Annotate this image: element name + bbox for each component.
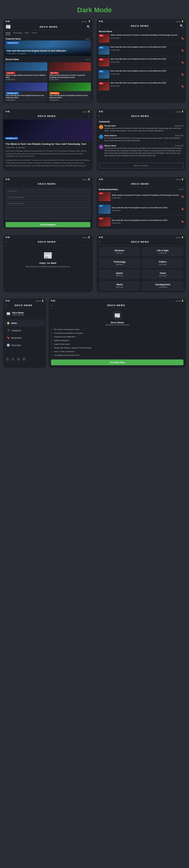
- nav-technology[interactable]: Technology: [13, 32, 22, 35]
- avatar-0: [99, 125, 103, 129]
- divider-0: [97, 44, 186, 44]
- bookmark-icon-2[interactable]: 🔖: [181, 61, 184, 64]
- sidebar-item-categories[interactable]: ☰ Categories: [4, 327, 45, 334]
- bookmark-icon-3[interactable]: 🔖: [181, 73, 184, 76]
- featured-meta: 12 May 2019 1k comments: [7, 53, 89, 55]
- thumb-2: POL: [98, 58, 109, 67]
- linkedin-icon[interactable]: in: [17, 357, 20, 361]
- app-header-purchase: ‹ DECO NEWS: [49, 303, 186, 309]
- thumb-0: POL: [98, 34, 109, 43]
- bookmark-del-2[interactable]: 🔖: [181, 220, 184, 223]
- sidebar-item-home[interactable]: 🏠 Home: [4, 320, 45, 327]
- comment-0: George Dean 12 May 2019 Listening with m…: [99, 125, 184, 132]
- back-icon-s4[interactable]: ‹: [99, 115, 100, 118]
- article-info-2: How Jack Ma went from English teacher to…: [111, 58, 180, 67]
- comment-divider-1: [99, 144, 184, 144]
- recent-card-4[interactable]: BUSINESS How Jack Ma went from English t…: [49, 83, 91, 101]
- check-icon-3: ✓: [51, 339, 53, 342]
- check-icon-2: ✓: [51, 336, 53, 338]
- page-title: Dark Mode: [0, 0, 189, 19]
- signal-icons: ▲▲▲ 🔋: [81, 20, 90, 22]
- back-icon-s2[interactable]: ‹: [99, 24, 100, 28]
- search-icon-s2[interactable]: 🔍: [180, 24, 184, 28]
- screen-categories: 9:41 ▲▲▲ 🔋 ‹ DECO NEWS Business 42 Posts…: [97, 235, 186, 292]
- nav-travel[interactable]: Travel: [32, 32, 36, 35]
- check-icon-6: ✓: [51, 350, 53, 353]
- screen-comments: 9:41 ▲▲▲ 🔋 ‹ DECO NEWS Comments George D…: [97, 109, 186, 171]
- article-row-2[interactable]: POL How Jack Ma went from English teache…: [97, 57, 186, 67]
- bookmark-del-1[interactable]: 🔖: [181, 208, 184, 210]
- bookmarked-0[interactable]: POL Aides quietly stunned by Trump's res…: [97, 191, 186, 202]
- category-technology[interactable]: Technology 189 Posts: [99, 258, 140, 268]
- facebook-icon[interactable]: f: [5, 357, 9, 361]
- article-row-4[interactable]: POL How Jack Ma went from English teache…: [97, 81, 186, 91]
- category-sports[interactable]: Sports 258 Posts: [99, 270, 140, 279]
- purchase-now-button[interactable]: Purchase Now: [51, 360, 184, 365]
- bookmarked-2[interactable]: POL How Jack Ma went from English teache…: [97, 216, 186, 227]
- app-header-s5: ‹ DECO NEWS: [3, 181, 93, 187]
- sidebar-item-about[interactable]: ℹ️ About App: [4, 342, 45, 349]
- category-travel[interactable]: Travel 13.6 Posts: [142, 270, 184, 279]
- card-body-3: TECHNOLOGY How Jack Ma went from English…: [5, 91, 47, 101]
- category-uncategorized[interactable]: Uncategorized 1,135 Posts: [142, 281, 184, 290]
- sidebar-logo: 📰 Deco News Made a New App: [3, 309, 46, 319]
- status-bar-s4: 9:41 ▲▲▲ 🔋: [97, 109, 186, 113]
- search-icon[interactable]: 🔍: [87, 25, 90, 29]
- status-bar-s5: 9:41 ▲▲▲ 🔋: [3, 177, 93, 181]
- category-lifestyle[interactable]: Life & Style 225 Posts: [142, 247, 184, 256]
- article-row-1[interactable]: TEC How Jack Ma went from English teache…: [97, 45, 186, 56]
- app-header-s6: ‹ DECO NEWS: [97, 181, 186, 187]
- recent-card-2[interactable]: POLITICS Aides quietly stunned by Trump'…: [49, 62, 91, 81]
- app-header-s3: ‹ DECO NEWS ⋮: [3, 113, 93, 119]
- nav-home[interactable]: Home: [5, 32, 10, 35]
- bookmarked-1[interactable]: TEC How Jack Ma went from English teache…: [97, 204, 186, 215]
- status-bar-s7: 9:41 ▲▲▲ 🔋: [3, 235, 93, 239]
- recent-card-3[interactable]: TECHNOLOGY How Jack Ma went from English…: [5, 83, 47, 101]
- app-header-s8: ‹ DECO NEWS: [97, 239, 186, 245]
- bookmark-del-0[interactable]: 🔖: [181, 195, 184, 198]
- twitter-icon[interactable]: t: [11, 357, 15, 361]
- category-business[interactable]: Business 42 Posts: [99, 247, 140, 256]
- featured-section-header: Featured News View all: [3, 36, 93, 40]
- features-list: ✓ No need for development skills ✓ Amazi…: [51, 328, 184, 357]
- email-input-2[interactable]: [5, 201, 90, 206]
- comment-textarea[interactable]: [5, 207, 90, 219]
- comment-2: Marilyn Black 12 May 2019 I don't go to …: [99, 145, 184, 157]
- back-icon-s3[interactable]: ‹: [5, 115, 6, 118]
- article-row-3[interactable]: TEC How Jack Ma went from English teache…: [97, 69, 186, 80]
- thumb-4: POL: [98, 82, 109, 91]
- featured-image-container: TECHNOLOGY How Jack Ma went from English…: [5, 40, 91, 56]
- card-body-1: POLITICS World voyage delivers memories …: [5, 71, 47, 81]
- comments-section-header: Comments: [97, 119, 186, 123]
- back-icon-s7[interactable]: ‹: [5, 240, 6, 244]
- post-comment-button[interactable]: Post Comment: [5, 222, 90, 227]
- category-world[interactable]: World 225 Posts: [99, 281, 140, 290]
- sidebar-item-bookmarks[interactable]: 🔖 Bookmarks: [4, 335, 45, 341]
- featured-overlay: How Jack Ma went from English teacher to…: [7, 50, 89, 55]
- status-bar-s3: 9:41 ▲▲▲ 🔋: [3, 109, 93, 113]
- bookmark-icon-1[interactable]: 🔖: [181, 49, 184, 52]
- name-input[interactable]: [5, 189, 90, 193]
- back-icon-s8[interactable]: ‹: [99, 240, 100, 244]
- bookmark-icon-0[interactable]: 🔖: [181, 37, 184, 40]
- back-icon-sidebar[interactable]: ‹: [5, 304, 6, 307]
- back-icon-s6[interactable]: ‹: [99, 182, 100, 186]
- badge-3: TEC: [99, 70, 104, 73]
- google-icon[interactable]: g: [22, 357, 26, 361]
- recent-section-header-s2: Recent News: [97, 29, 186, 33]
- recent-news-grid: POLITICS World voyage delivers memories …: [3, 61, 93, 103]
- bookmark-icon-4[interactable]: 🔖: [181, 85, 184, 88]
- sidebar-purchase-row: 9:41 ▲▲▲ 🔋 ‹ DECO NEWS 📰 Deco News Made …: [0, 299, 189, 371]
- category-politics[interactable]: Politics 201 Posts: [142, 258, 184, 268]
- recent-card-1[interactable]: POLITICS World voyage delivers memories …: [5, 62, 47, 81]
- back-icon-purchase[interactable]: ‹: [51, 304, 52, 307]
- back-icon-s5[interactable]: ‹: [5, 182, 6, 186]
- empty-state: 📰 Oops, no data! Add something to bookma…: [3, 245, 93, 274]
- more-icon-s3[interactable]: ⋮: [87, 115, 90, 118]
- badge-1: TEC: [99, 46, 104, 49]
- write-comment-button[interactable]: Write a Comment: [99, 163, 184, 168]
- feature-7: ✓ Compatible with Android & iOS: [51, 353, 184, 357]
- email-input[interactable]: [5, 195, 90, 200]
- article-row-0[interactable]: POL Aides quietly stunned by Trump's res…: [97, 33, 186, 43]
- nav-sport[interactable]: Sport: [25, 32, 29, 35]
